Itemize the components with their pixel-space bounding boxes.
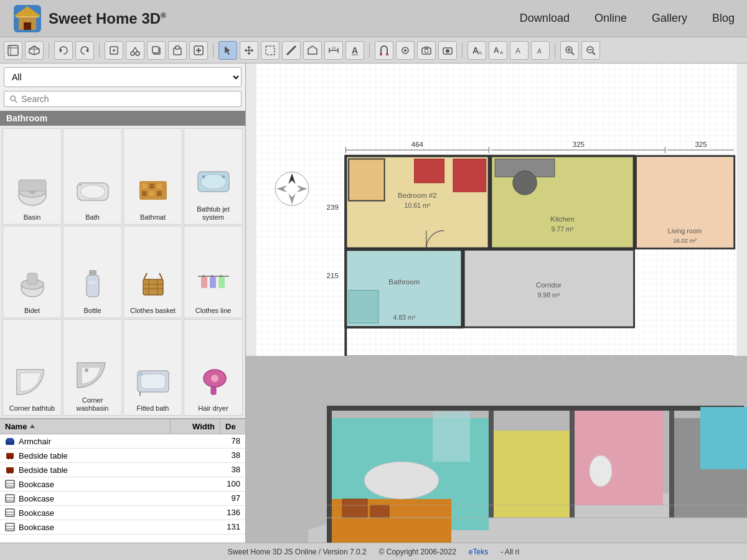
table-row-bookcase3[interactable]: Bookcase 136	[0, 506, 245, 520]
nav-download[interactable]: Download	[520, 12, 570, 25]
logo-sup: ®	[161, 11, 166, 20]
svg-point-160	[513, 171, 537, 195]
svg-point-73	[202, 175, 205, 178]
col-name[interactable]: Name	[0, 419, 171, 434]
grid-item-clothes-line[interactable]: Clothes line	[184, 226, 243, 318]
draw-wall-button[interactable]	[282, 41, 301, 60]
svg-rect-96	[138, 371, 143, 376]
svg-line-25	[287, 46, 296, 55]
cut-button[interactable]	[126, 41, 144, 60]
grid-item-hair-dryer[interactable]: Hair dryer	[184, 319, 243, 416]
svg-rect-155	[349, 159, 385, 200]
select-button[interactable]	[218, 41, 237, 60]
table-row-bookcase4[interactable]: Bookcase 131	[0, 520, 245, 534]
toolbar-sep-4	[369, 43, 370, 58]
undo-button[interactable]	[54, 41, 73, 60]
svg-text:Corridor: Corridor	[536, 281, 562, 289]
zoom-out-button[interactable]	[581, 41, 600, 60]
search-input[interactable]	[21, 94, 236, 104]
add-furniture-button[interactable]	[189, 41, 208, 60]
col-depth[interactable]: De	[220, 419, 245, 434]
table-row-bedside2[interactable]: Bedside table 38	[0, 463, 245, 477]
table-body: Armchair 78 Bedside table 38 Bed	[0, 434, 245, 543]
font-medium-button[interactable]: A	[510, 41, 529, 60]
svg-rect-168	[489, 431, 570, 518]
right-panel: 464 325 325 239 215 Bedroom #2 10.61 m²	[246, 63, 747, 543]
table-row-bedside1[interactable]: Bedside table 38	[0, 449, 245, 463]
nav-online[interactable]: Online	[594, 12, 627, 25]
draw-text-button[interactable]: A	[345, 41, 364, 60]
view-3d-button[interactable]	[25, 41, 44, 60]
toolbar-sep-2	[99, 43, 100, 58]
table-row-armchair[interactable]: Armchair 78	[0, 434, 245, 449]
draw-dimension-button[interactable]: 10	[324, 41, 343, 60]
zoom-in-button[interactable]	[560, 41, 579, 60]
show-camera-button[interactable]	[417, 41, 436, 60]
svg-rect-99	[211, 387, 216, 394]
nav-blog[interactable]: Blog	[712, 12, 735, 25]
bookcase3-width: 136	[195, 506, 245, 520]
grid-item-bidet[interactable]: Bidet	[2, 226, 62, 318]
svg-point-41	[446, 49, 449, 53]
view-2d-button[interactable]	[4, 41, 22, 60]
svg-text:16.02 m²: 16.02 m²	[673, 237, 697, 244]
pan-button[interactable]	[240, 41, 258, 60]
bookcase4-name: Bookcase	[19, 523, 54, 532]
grid-item-bathtub-jet[interactable]: Bathtub jet system	[184, 128, 243, 225]
svg-rect-33	[380, 54, 382, 55]
paste-button[interactable]	[168, 41, 187, 60]
draw-room-button[interactable]	[303, 41, 322, 60]
svg-rect-68	[142, 191, 147, 196]
svg-rect-81	[143, 279, 163, 295]
svg-text:A: A	[478, 50, 482, 56]
grid-item-bath[interactable]: Bath	[63, 128, 122, 225]
redo-button[interactable]	[75, 41, 94, 60]
svg-rect-69	[149, 191, 154, 196]
svg-rect-66	[149, 184, 154, 189]
nav-gallery[interactable]: Gallery	[652, 12, 687, 25]
svg-rect-174	[669, 406, 674, 518]
floor-plan-svg: 464 325 325 239 215 Bedroom #2 10.61 m²	[246, 63, 747, 356]
grid-item-corner-bathtub[interactable]: Corner bathtub	[2, 319, 62, 416]
floor-plan[interactable]: 464 325 325 239 215 Bedroom #2 10.61 m²	[246, 63, 747, 356]
table-row-bookcase1[interactable]: Bookcase 100	[0, 477, 245, 492]
status-text: Sweet Home 3D JS Online / Version 7.0.2	[228, 548, 367, 556]
grid-item-corner-washbasin[interactable]: Corner washbasin	[63, 319, 122, 416]
font-larger-button[interactable]: AA	[467, 41, 486, 60]
category-select[interactable]: All	[4, 67, 242, 87]
font-small-button[interactable]: A	[531, 41, 550, 60]
eteks-link[interactable]: eTeks	[469, 548, 488, 556]
table-area: Name Width De Armchair 78	[0, 418, 245, 543]
svg-rect-67	[157, 184, 162, 189]
svg-rect-70	[157, 191, 162, 196]
col-width[interactable]: Width	[171, 419, 220, 434]
view-3d[interactable]	[246, 356, 747, 543]
grid-item-fitted-bath[interactable]: Fitted bath	[123, 319, 182, 416]
corner-washbasin-label: Corner washbasin	[66, 396, 119, 413]
clothes-line-label: Clothes line	[195, 307, 231, 315]
grid-item-clothes-basket[interactable]: Clothes basket	[123, 226, 182, 318]
td-name-bedside2: Bedside table	[0, 463, 195, 477]
store-camera-button[interactable]	[438, 41, 457, 60]
select-area-button[interactable]	[261, 41, 280, 60]
move-camera-button[interactable]	[396, 41, 415, 60]
paste-style-button[interactable]	[105, 41, 123, 60]
magnet-button[interactable]	[375, 41, 393, 60]
svg-rect-176	[327, 406, 744, 411]
copy-button[interactable]	[147, 41, 166, 60]
search-box	[4, 91, 242, 107]
bookcase2-width: 97	[195, 492, 245, 505]
sort-icon	[29, 424, 35, 430]
svg-rect-87	[201, 277, 207, 288]
font-large-button[interactable]: AA	[489, 41, 507, 60]
grid-item-bottle[interactable]: Bottle	[63, 226, 122, 318]
grid-item-bathmat[interactable]: Bathmat	[123, 128, 182, 225]
svg-point-15	[136, 52, 139, 55]
basin-icon	[11, 170, 54, 211]
table-row-bookcase2[interactable]: Bookcase 97	[0, 492, 245, 506]
basin-label: Basin	[24, 213, 41, 222]
svg-text:325: 325	[573, 141, 585, 148]
grid-item-basin[interactable]: Basin	[2, 128, 62, 225]
svg-text:A: A	[537, 48, 542, 55]
svg-point-74	[222, 175, 225, 178]
